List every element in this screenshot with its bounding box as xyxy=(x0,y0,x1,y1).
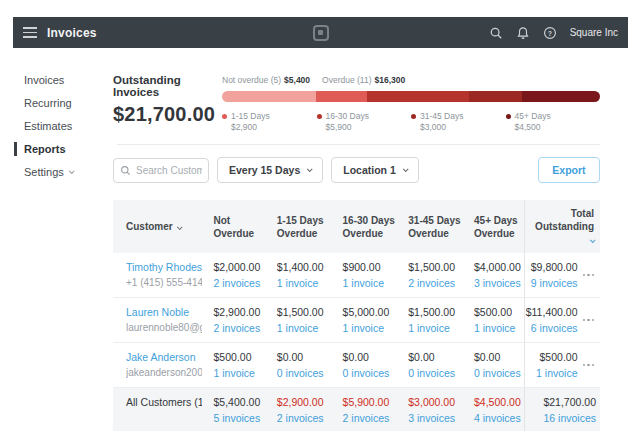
invoice-count-link[interactable]: 2 invoices xyxy=(214,277,265,289)
customer-contact: jakeanderson2003@... xyxy=(126,367,202,378)
invoice-count-link[interactable]: 0 invoices xyxy=(277,367,331,379)
main-content: Outstanding Invoices $21,700.00 Not over… xyxy=(113,74,600,431)
invoice-count-link[interactable]: 9 invoices xyxy=(531,277,578,289)
invoice-count-link[interactable]: 1 invoice xyxy=(277,322,331,334)
invoice-count-link[interactable]: 1 invoice xyxy=(343,277,397,289)
column-header-45-plus: 45+ Days Overdue xyxy=(466,200,524,253)
legend-item: 31-45 Days $3,000 xyxy=(411,111,506,133)
customer-link[interactable]: Lauren Noble xyxy=(126,306,202,318)
invoice-count-link[interactable]: 1 invoice xyxy=(408,322,462,334)
total-amount: $9,800.00 xyxy=(531,261,578,273)
sidebar-item-reports[interactable]: Reports xyxy=(24,143,110,155)
table-header-row: Customer Not Overdue 1-15 Days Overdue 1… xyxy=(113,200,600,253)
overview-title: Outstanding Invoices xyxy=(113,74,222,98)
row-menu-icon[interactable] xyxy=(583,362,597,369)
invoice-count-link[interactable]: 6 invoices xyxy=(526,322,578,334)
sidebar-item-invoices[interactable]: Invoices xyxy=(24,74,110,86)
amount: $5,400.00 xyxy=(214,396,265,408)
export-button[interactable]: Export xyxy=(538,157,600,183)
location-dropdown[interactable]: Location 1 xyxy=(331,157,419,183)
legend-item: 45+ Days $4,500 xyxy=(506,111,601,133)
section-divider xyxy=(117,144,600,145)
search-icon[interactable] xyxy=(489,26,503,40)
aging-table: Customer Not Overdue 1-15 Days Overdue 1… xyxy=(113,200,600,431)
table-summary-row: All Customers (16) $5,400.005 invoices $… xyxy=(113,388,600,431)
table-row: Lauren Noble laurennoble80@gm... $2,900.… xyxy=(113,298,600,343)
invoice-count-link[interactable]: 4 invoices xyxy=(474,412,520,424)
filter-bar: Every 15 Days Location 1 Export xyxy=(113,157,600,183)
amount: $500.00 xyxy=(214,351,265,363)
invoice-count-link[interactable]: 1 invoice xyxy=(343,322,397,334)
column-header-total[interactable]: Total Outstanding xyxy=(524,200,600,253)
top-bar: Invoices ? Square Inc xyxy=(13,17,628,48)
customer-contact: laurennoble80@gm... xyxy=(126,322,202,333)
chevron-down-icon xyxy=(177,224,183,230)
column-header-16-30: 16-30 Days Overdue xyxy=(335,200,401,253)
invoice-count-link[interactable]: 1 invoice xyxy=(474,322,520,334)
invoice-count-link[interactable]: 0 invoices xyxy=(474,367,520,379)
invoice-count-link[interactable]: 1 invoice xyxy=(277,277,331,289)
invoice-count-link[interactable]: 16 invoices xyxy=(543,412,596,424)
total-amount: $500.00 xyxy=(536,351,577,363)
column-header-31-45: 31-45 Days Overdue xyxy=(400,200,466,253)
amount: $1,500.00 xyxy=(277,306,331,318)
invoice-count-link[interactable]: 3 invoices xyxy=(408,412,462,424)
aging-bar-chart xyxy=(222,91,600,102)
invoice-count-link[interactable]: 0 invoices xyxy=(408,367,462,379)
square-logo-icon xyxy=(313,25,329,41)
total-amount: $11,400.00 xyxy=(526,306,578,318)
invoice-count-link[interactable]: 2 invoices xyxy=(408,277,462,289)
amount: $0.00 xyxy=(408,351,462,363)
row-menu-icon[interactable] xyxy=(583,317,597,324)
amount: $900.00 xyxy=(343,261,397,273)
column-header-1-15: 1-15 Days Overdue xyxy=(269,200,335,253)
help-icon[interactable]: ? xyxy=(543,26,557,40)
legend-dot xyxy=(317,114,322,119)
legend-dot xyxy=(506,114,511,119)
period-dropdown[interactable]: Every 15 Days xyxy=(217,157,323,183)
invoice-count-link[interactable]: 1 invoice xyxy=(214,367,265,379)
row-menu-icon[interactable] xyxy=(583,272,597,279)
amount: $500.00 xyxy=(474,306,520,318)
table-row: Timothy Rhodes +1 (415) 555-4141 $2,000.… xyxy=(113,253,600,298)
not-overdue-label: Not overdue (5)$5,400 xyxy=(222,75,310,85)
customer-link[interactable]: Jake Anderson xyxy=(126,351,202,363)
legend-item: 1-15 Days $2,900 xyxy=(222,111,317,133)
aging-bar-segment xyxy=(316,91,367,102)
invoice-count-link[interactable]: 5 invoices xyxy=(214,412,265,424)
invoice-count-link[interactable]: 2 invoices xyxy=(277,412,331,424)
invoice-count-link[interactable]: 1 invoice xyxy=(536,367,577,379)
sidebar-item-settings[interactable]: Settings xyxy=(24,166,110,178)
aging-bar-segment xyxy=(222,91,316,102)
invoice-count-link[interactable]: 0 invoices xyxy=(343,367,397,379)
amount: $0.00 xyxy=(474,351,520,363)
notifications-icon[interactable] xyxy=(516,26,530,40)
amount: $5,900.00 xyxy=(343,396,397,408)
sidebar: Invoices Recurring Estimates Reports Set… xyxy=(24,74,110,189)
aging-bar-segment xyxy=(367,91,470,102)
amount: $0.00 xyxy=(277,351,331,363)
amount: $1,400.00 xyxy=(277,261,331,273)
menu-icon[interactable] xyxy=(23,27,37,38)
amount: $1,500.00 xyxy=(408,261,462,273)
invoice-count-link[interactable]: 2 invoices xyxy=(214,322,265,334)
customer-link[interactable]: Timothy Rhodes xyxy=(126,261,202,273)
customer-contact: +1 (415) 555-4141 xyxy=(126,277,202,288)
amount: $1,500.00 xyxy=(408,306,462,318)
legend-item: 16-30 Days $5,900 xyxy=(317,111,412,133)
aging-legend: 1-15 Days $2,900 16-30 Days $5,900 31-45… xyxy=(222,111,600,133)
amount: $2,000.00 xyxy=(214,261,265,273)
amount: $5,000.00 xyxy=(343,306,397,318)
amount: $3,000.00 xyxy=(408,396,462,408)
account-name[interactable]: Square Inc xyxy=(570,27,618,38)
invoice-count-link[interactable]: 2 invoices xyxy=(343,412,397,424)
total-amount: $21,700.00 xyxy=(543,396,596,408)
invoice-count-link[interactable]: 3 invoices xyxy=(474,277,520,289)
sidebar-item-estimates[interactable]: Estimates xyxy=(24,120,110,132)
outstanding-overview: Outstanding Invoices $21,700.00 Not over… xyxy=(113,74,600,133)
aging-bar-segment xyxy=(522,91,600,102)
sidebar-item-recurring[interactable]: Recurring xyxy=(24,97,110,109)
outstanding-total: $21,700.00 xyxy=(113,103,222,126)
column-header-customer[interactable]: Customer xyxy=(113,200,206,253)
column-header-not-overdue: Not Overdue xyxy=(206,200,269,253)
